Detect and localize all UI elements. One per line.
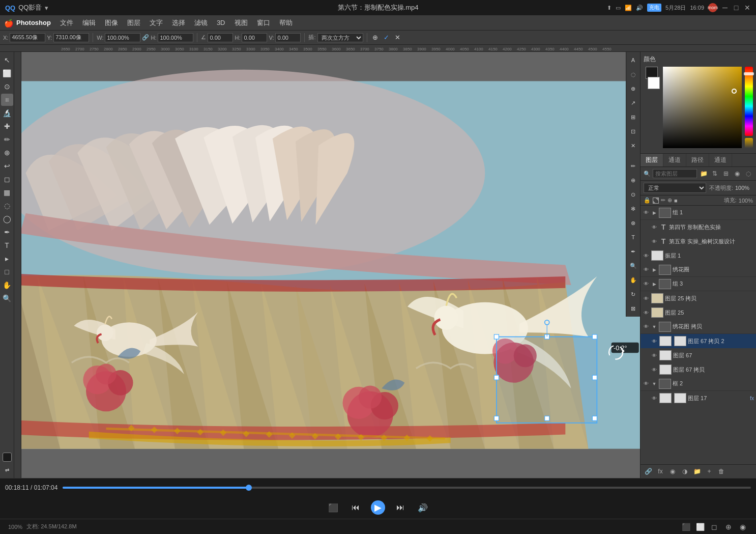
prev-btn[interactable]: ⏮ <box>348 500 363 515</box>
tool-pen[interactable]: ✒ <box>1 226 13 238</box>
layer-group-embroid-copy[interactable]: 👁 ▼ 绣花图 拷贝 <box>641 320 756 334</box>
expand-arrow[interactable]: ▶ <box>651 267 657 273</box>
background-color[interactable] <box>648 77 660 89</box>
layer-25-copy[interactable]: 👁 图层 25 拷贝 <box>641 291 756 305</box>
menu-text[interactable]: 文字 <box>146 17 167 29</box>
layer-group-1[interactable]: 👁 ▶ 组 1 <box>641 206 756 220</box>
cancel-icon[interactable]: ✕ <box>393 33 402 42</box>
skew-h-input[interactable] <box>242 33 267 42</box>
new-adjustment-btn[interactable]: ◑ <box>680 467 689 476</box>
tool-text[interactable]: T <box>1 239 13 251</box>
mini-tool-14[interactable]: ✒ <box>627 245 639 258</box>
menu-3d[interactable]: 3D <box>213 18 229 27</box>
volume-icon[interactable]: 🔊 <box>636 5 643 11</box>
status-icon-2[interactable]: ⬜ <box>695 522 705 532</box>
lock-position-icon[interactable]: ⊕ <box>667 197 672 204</box>
mini-tool-15[interactable]: 🔍 <box>627 260 639 272</box>
eye-icon[interactable]: 👁 <box>643 323 650 330</box>
color-gradient-picker[interactable] <box>663 67 742 148</box>
h-input[interactable] <box>158 33 193 42</box>
tool-heal[interactable]: ✚ <box>1 120 13 132</box>
eye-icon[interactable]: 👁 <box>651 238 658 245</box>
eye-icon[interactable]: 👁 <box>643 252 650 259</box>
mini-tool-4[interactable]: ↗ <box>627 97 639 109</box>
eye-icon[interactable]: 👁 <box>651 395 658 402</box>
menu-image[interactable]: 图像 <box>101 17 122 29</box>
menu-select[interactable]: 选择 <box>168 17 189 29</box>
mini-tool-8[interactable]: ✏ <box>627 160 639 172</box>
expand-arrow[interactable]: ▼ <box>651 324 657 330</box>
tab-layers[interactable]: 图层 <box>641 154 663 166</box>
y-input[interactable] <box>53 33 89 42</box>
app-dropdown[interactable]: ▾ <box>45 4 48 12</box>
interp-select[interactable]: 两次立方方 两次线性 最近邻 <box>317 33 363 42</box>
eye-icon[interactable]: 👁 <box>651 223 658 231</box>
mini-tool-2[interactable]: ◌ <box>627 68 639 80</box>
share-icon[interactable]: ⬆ <box>607 5 612 11</box>
angle-input[interactable] <box>208 33 233 42</box>
confirm-icon[interactable]: ✓ <box>382 33 391 42</box>
close-btn[interactable]: ✕ <box>744 4 751 11</box>
layer-filter-btn[interactable]: ⊞ <box>721 169 731 178</box>
status-icon-3[interactable]: ◻ <box>709 522 719 532</box>
tool-gradient[interactable]: ▦ <box>1 186 13 199</box>
mini-tool-6[interactable]: ⊡ <box>627 125 639 137</box>
eye-icon[interactable]: 👁 <box>643 266 650 273</box>
tab-channels2[interactable]: 通道 <box>709 154 732 166</box>
lock-paint-icon[interactable]: ✏ <box>661 197 665 204</box>
tool-select[interactable]: ⬜ <box>1 67 13 79</box>
layer-style-btn[interactable]: fx <box>656 467 665 476</box>
lock-icon[interactable]: 🔒 <box>644 197 651 204</box>
tool-crop[interactable]: ⌗ <box>1 94 13 106</box>
layer-text-1[interactable]: 👁 T 第四节 形制配色实操 <box>641 220 756 234</box>
mini-tool-13[interactable]: T <box>627 231 639 243</box>
layer-67[interactable]: 👁 图层 67 <box>641 348 756 362</box>
tool-clone[interactable]: ⊕ <box>1 147 13 159</box>
mini-tool-9[interactable]: ⊕ <box>627 174 639 186</box>
tab-channels[interactable]: 通道 <box>663 154 686 166</box>
mini-tool-5[interactable]: ⊞ <box>627 111 639 123</box>
mini-tool-11[interactable]: ✻ <box>627 203 639 215</box>
volume-btn[interactable]: 🔊 <box>416 500 430 515</box>
delete-layer-btn[interactable]: 🗑 <box>717 467 726 476</box>
alpha-slider[interactable] <box>745 138 753 148</box>
mini-tool-16[interactable]: ✋ <box>627 274 639 286</box>
menu-view[interactable]: 视图 <box>230 17 252 29</box>
status-icon-1[interactable]: ⬛ <box>681 522 691 532</box>
mini-tool-7[interactable]: ✕ <box>627 139 639 152</box>
tool-path-select[interactable]: ▸ <box>1 252 13 265</box>
eye-icon[interactable]: 👁 <box>651 352 658 359</box>
layer-group-embroid[interactable]: 👁 ▶ 绣花圈 <box>641 263 756 277</box>
tool-zoom[interactable]: 🔍 <box>1 292 13 304</box>
x-input[interactable] <box>10 33 45 42</box>
expand-arrow[interactable]: ▼ <box>651 381 657 387</box>
w-input[interactable] <box>105 33 140 42</box>
menu-help[interactable]: 帮助 <box>275 17 297 29</box>
eye-icon[interactable]: 👁 <box>643 295 650 302</box>
next-btn[interactable]: ⏭ <box>393 500 408 515</box>
layer-smart-btn[interactable]: ◌ <box>744 169 753 178</box>
blend-mode-select[interactable]: 正常 正片叠底 滤色 叠加 <box>644 183 706 193</box>
link-icon[interactable]: 🔗 <box>142 34 149 41</box>
play-btn[interactable]: ▶ <box>371 500 385 515</box>
user-avatar[interactable]: mom <box>708 3 717 12</box>
add-mask-btn[interactable]: ◉ <box>668 467 677 476</box>
new-group-bottom-btn[interactable]: 📁 <box>692 467 702 476</box>
tool-eyedropper[interactable]: 🔬 <box>1 107 13 119</box>
tool-eraser[interactable]: ◻ <box>1 173 13 185</box>
tool-move[interactable]: ↖ <box>1 54 13 66</box>
layer-17[interactable]: 👁 图层 17 fx <box>641 391 756 405</box>
tool-lasso[interactable]: ⊙ <box>1 80 13 93</box>
mini-tool-scale[interactable]: ⊠ <box>627 302 639 315</box>
progress-handle[interactable] <box>246 485 252 491</box>
hue-slider[interactable] <box>745 67 753 136</box>
status-icon-4[interactable]: ⊕ <box>723 522 734 532</box>
tool-fg-color[interactable] <box>3 453 12 462</box>
layer-text-2[interactable]: 👁 T 第五章 实操_榆树汉服设计 <box>641 234 756 248</box>
menu-window[interactable]: 窗口 <box>253 17 274 29</box>
mini-tool-3[interactable]: ⊕ <box>627 82 639 95</box>
layer-raster-1[interactable]: 👁 振层 1 <box>641 248 756 263</box>
mini-tool-12[interactable]: ⊗ <box>627 217 639 229</box>
menu-edit[interactable]: 编辑 <box>78 17 100 29</box>
minimize-btn[interactable]: ─ <box>721 4 729 11</box>
